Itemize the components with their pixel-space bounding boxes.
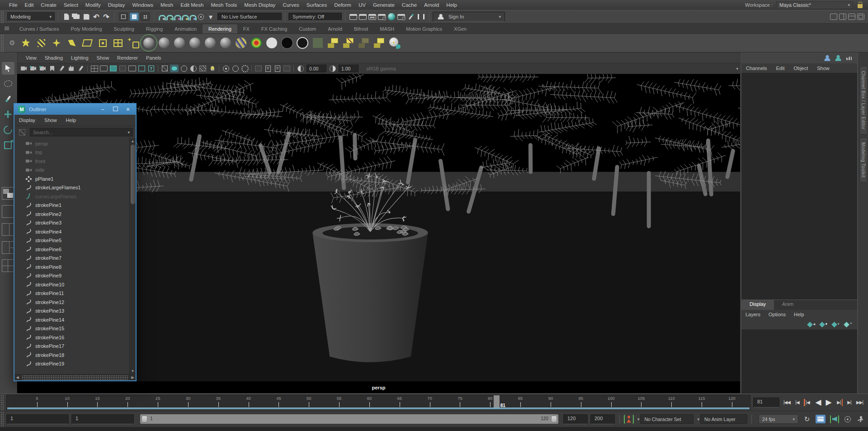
render-setup-lights-icon[interactable] <box>126 36 141 50</box>
outliner-menu-display[interactable]: Display <box>14 117 40 123</box>
menu-uv[interactable]: UV <box>355 2 369 8</box>
safe-title-icon[interactable]: T <box>147 65 156 72</box>
render-current-frame-icon[interactable] <box>359 14 367 20</box>
paint-select-tool[interactable] <box>2 93 14 105</box>
shelf-tab-rigging[interactable]: Rigging <box>140 24 169 33</box>
step-back-frame-button[interactable]: |◀ <box>793 397 802 408</box>
layer-editor-menu-layers[interactable]: Layers <box>741 312 764 317</box>
outliner-item-front[interactable]: front <box>14 157 129 166</box>
sign-in-button[interactable]: Sign In ▾ <box>433 12 505 22</box>
phong-e-material-icon[interactable] <box>203 36 217 50</box>
layer-editor-tab-anim[interactable]: Anim <box>774 300 802 310</box>
new-empty-layer-icon[interactable] <box>832 321 840 328</box>
clip-editor-icon[interactable] <box>816 415 826 423</box>
layer-editor-tab-display[interactable]: Display <box>741 300 774 310</box>
filter-icon[interactable] <box>18 128 26 136</box>
menu-surfaces[interactable]: Surfaces <box>303 2 330 8</box>
time-editor-icon[interactable] <box>844 415 852 423</box>
menu-deform[interactable]: Deform <box>330 2 355 8</box>
render-settings-icon[interactable] <box>378 14 386 20</box>
lambert-material-icon[interactable] <box>172 36 187 50</box>
shaded-display-icon[interactable] <box>170 65 179 72</box>
phong-material-icon[interactable] <box>188 36 202 50</box>
panel-grip[interactable] <box>0 411 4 427</box>
outliner-item-persp[interactable]: persp <box>14 139 129 148</box>
evaluation-mode-icon[interactable] <box>856 415 864 423</box>
menu-generate[interactable]: Generate <box>369 2 398 8</box>
playback-end-field[interactable]: 120 <box>563 414 588 424</box>
shelf-tab-curves-surfaces[interactable]: Curves / Surfaces <box>14 24 65 33</box>
playback-range-slider[interactable]: 1 120 <box>140 414 558 424</box>
undo-icon[interactable]: ↶ <box>92 13 100 21</box>
single-pane-layout-button[interactable] <box>2 205 14 218</box>
ui-toggle-rows-icon[interactable] <box>848 14 855 20</box>
safe-action-icon[interactable] <box>137 65 146 72</box>
render-sequence-icon[interactable] <box>397 14 405 20</box>
shelf-tab-arnold[interactable]: Arnold <box>322 24 348 33</box>
tab-modeling-toolkit[interactable]: Modeling Toolkit <box>859 137 867 183</box>
no-live-surface-field[interactable]: No Live Surface <box>217 13 282 21</box>
menu-set-selector[interactable]: Modeling ▾ <box>7 12 55 21</box>
snap-options-caret-icon[interactable]: ▾ <box>207 13 215 21</box>
chevron-down-icon[interactable]: ▾ <box>736 66 738 71</box>
step-forward-key-button[interactable]: ▶| <box>834 397 844 408</box>
paint-effects-icon[interactable] <box>407 13 415 21</box>
audio-mute-icon[interactable] <box>830 415 839 423</box>
menu-modify[interactable]: Modify <box>82 2 104 8</box>
menu-cache[interactable]: Cache <box>398 2 420 8</box>
assign-no-shading-group-icon[interactable] <box>341 36 356 50</box>
outliner-item-strokepine9[interactable]: strokePine9 <box>14 272 129 281</box>
outliner-item-strokepine19[interactable]: strokePine19 <box>14 360 129 369</box>
select-camera-icon[interactable] <box>19 65 28 72</box>
play-forwards-button[interactable]: ▶ <box>824 397 833 408</box>
open-render-view-icon[interactable] <box>349 14 357 20</box>
go-to-start-button[interactable]: |◀◀ <box>782 397 792 408</box>
panel-grip[interactable] <box>0 394 4 411</box>
animation-end-field[interactable]: 200 <box>590 414 615 424</box>
shelf-tab-sculpting[interactable]: Sculpting <box>108 24 140 33</box>
use-all-lights-icon[interactable] <box>189 65 198 72</box>
ipr-render-icon[interactable]: IPR <box>368 14 376 20</box>
step-forward-frame-button[interactable]: ▶| <box>844 397 854 408</box>
layer-list-body[interactable] <box>741 330 857 394</box>
scroll-down-icon[interactable]: ▼ <box>131 368 135 374</box>
exposure-field[interactable]: 0.00 <box>307 65 326 72</box>
menu-windows[interactable]: Windows <box>128 2 157 8</box>
shelf-tab-rendering[interactable]: Rendering <box>203 24 237 33</box>
snap-projected-center-icon[interactable] <box>181 14 187 19</box>
multisample-icon[interactable] <box>231 65 240 72</box>
outliner-item-curvelargeflames[interactable]: curveLargeFlames <box>14 192 129 201</box>
scrollbar-thumb[interactable] <box>131 145 135 204</box>
lock-workspace-icon[interactable] <box>858 4 863 8</box>
exposure-icon[interactable] <box>296 65 305 72</box>
black-hole-shader-icon[interactable] <box>280 36 294 50</box>
resolution-gate-icon[interactable] <box>109 65 118 72</box>
outliner-item-strokepine8[interactable]: strokePine8 <box>14 262 129 272</box>
panel-grip[interactable] <box>0 10 4 23</box>
snap-point-icon[interactable] <box>174 14 179 19</box>
shelf-tab-motion-graphics[interactable]: Motion Graphics <box>400 24 448 33</box>
spot-light-icon[interactable] <box>65 36 79 50</box>
scroll-right-icon[interactable]: ▶ <box>130 375 136 380</box>
outliner-item-strokepine6[interactable]: strokePine6 <box>14 245 129 254</box>
animation-start-field[interactable]: 1 <box>6 414 69 424</box>
redo-icon[interactable]: ↷ <box>102 13 110 21</box>
three-pane-layout-button[interactable] <box>2 241 14 254</box>
snapshot-icon[interactable] <box>283 65 291 72</box>
menu-mesh[interactable]: Mesh <box>157 2 177 8</box>
directional-light-icon[interactable] <box>34 36 48 50</box>
last-tool-slot[interactable] <box>2 187 14 200</box>
tab-channel-box-layer-editor[interactable]: Channel Box / Layer Editor <box>859 66 867 135</box>
open-scene-icon[interactable] <box>72 13 80 21</box>
textured-display-icon[interactable] <box>179 65 188 72</box>
snap-curve-icon[interactable] <box>166 14 172 19</box>
new-scene-icon[interactable] <box>62 13 71 21</box>
time-slider[interactable]: 5101520253035404550556065707580859095100… <box>6 395 750 410</box>
outliner-item-strokepine12[interactable]: strokePine12 <box>14 298 129 307</box>
new-layer-from-selected-icon[interactable] <box>844 321 852 328</box>
anisotropic-material-icon[interactable] <box>218 36 233 50</box>
range-start-handle[interactable] <box>142 416 147 422</box>
gamma-icon[interactable] <box>328 65 337 72</box>
panel-grip[interactable] <box>0 34 4 52</box>
select-component-icon[interactable] <box>141 13 150 21</box>
